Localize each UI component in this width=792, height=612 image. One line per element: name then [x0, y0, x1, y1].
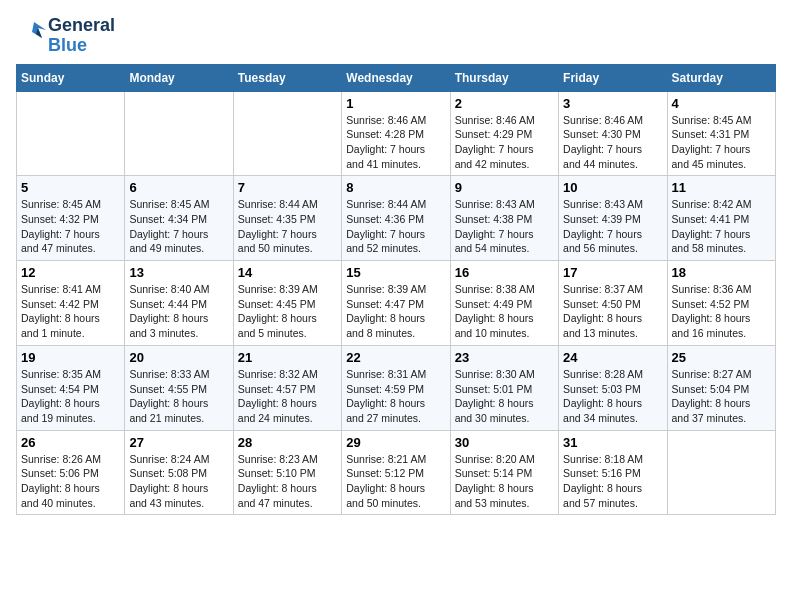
- calendar-cell: [233, 91, 341, 176]
- day-content: Sunrise: 8:26 AM Sunset: 5:06 PM Dayligh…: [21, 452, 120, 511]
- day-content: Sunrise: 8:46 AM Sunset: 4:28 PM Dayligh…: [346, 113, 445, 172]
- calendar-cell: 13Sunrise: 8:40 AM Sunset: 4:44 PM Dayli…: [125, 261, 233, 346]
- calendar-cell: 28Sunrise: 8:23 AM Sunset: 5:10 PM Dayli…: [233, 430, 341, 515]
- day-content: Sunrise: 8:45 AM Sunset: 4:32 PM Dayligh…: [21, 197, 120, 256]
- day-content: Sunrise: 8:45 AM Sunset: 4:34 PM Dayligh…: [129, 197, 228, 256]
- calendar-cell: 7Sunrise: 8:44 AM Sunset: 4:35 PM Daylig…: [233, 176, 341, 261]
- calendar-cell: 20Sunrise: 8:33 AM Sunset: 4:55 PM Dayli…: [125, 345, 233, 430]
- calendar-cell: 24Sunrise: 8:28 AM Sunset: 5:03 PM Dayli…: [559, 345, 667, 430]
- day-number: 30: [455, 435, 554, 450]
- calendar-cell: 5Sunrise: 8:45 AM Sunset: 4:32 PM Daylig…: [17, 176, 125, 261]
- day-content: Sunrise: 8:38 AM Sunset: 4:49 PM Dayligh…: [455, 282, 554, 341]
- calendar-cell: 31Sunrise: 8:18 AM Sunset: 5:16 PM Dayli…: [559, 430, 667, 515]
- calendar-cell: 16Sunrise: 8:38 AM Sunset: 4:49 PM Dayli…: [450, 261, 558, 346]
- day-content: Sunrise: 8:33 AM Sunset: 4:55 PM Dayligh…: [129, 367, 228, 426]
- day-content: Sunrise: 8:39 AM Sunset: 4:45 PM Dayligh…: [238, 282, 337, 341]
- day-number: 15: [346, 265, 445, 280]
- calendar-week: 26Sunrise: 8:26 AM Sunset: 5:06 PM Dayli…: [17, 430, 776, 515]
- day-number: 22: [346, 350, 445, 365]
- calendar-cell: 27Sunrise: 8:24 AM Sunset: 5:08 PM Dayli…: [125, 430, 233, 515]
- day-number: 17: [563, 265, 662, 280]
- calendar-cell: 6Sunrise: 8:45 AM Sunset: 4:34 PM Daylig…: [125, 176, 233, 261]
- day-content: Sunrise: 8:35 AM Sunset: 4:54 PM Dayligh…: [21, 367, 120, 426]
- logo: General Blue: [16, 16, 115, 56]
- day-content: Sunrise: 8:45 AM Sunset: 4:31 PM Dayligh…: [672, 113, 771, 172]
- day-number: 9: [455, 180, 554, 195]
- day-content: Sunrise: 8:39 AM Sunset: 4:47 PM Dayligh…: [346, 282, 445, 341]
- day-number: 31: [563, 435, 662, 450]
- calendar-cell: 2Sunrise: 8:46 AM Sunset: 4:29 PM Daylig…: [450, 91, 558, 176]
- day-content: Sunrise: 8:20 AM Sunset: 5:14 PM Dayligh…: [455, 452, 554, 511]
- calendar-week: 12Sunrise: 8:41 AM Sunset: 4:42 PM Dayli…: [17, 261, 776, 346]
- calendar-table: SundayMondayTuesdayWednesdayThursdayFrid…: [16, 64, 776, 516]
- calendar-header: SundayMondayTuesdayWednesdayThursdayFrid…: [17, 64, 776, 91]
- day-content: Sunrise: 8:40 AM Sunset: 4:44 PM Dayligh…: [129, 282, 228, 341]
- day-number: 13: [129, 265, 228, 280]
- day-number: 12: [21, 265, 120, 280]
- calendar-cell: 15Sunrise: 8:39 AM Sunset: 4:47 PM Dayli…: [342, 261, 450, 346]
- day-number: 29: [346, 435, 445, 450]
- calendar-cell: 17Sunrise: 8:37 AM Sunset: 4:50 PM Dayli…: [559, 261, 667, 346]
- logo-bird-icon: [16, 18, 46, 54]
- day-content: Sunrise: 8:43 AM Sunset: 4:38 PM Dayligh…: [455, 197, 554, 256]
- day-number: 19: [21, 350, 120, 365]
- day-content: Sunrise: 8:27 AM Sunset: 5:04 PM Dayligh…: [672, 367, 771, 426]
- calendar-cell: 19Sunrise: 8:35 AM Sunset: 4:54 PM Dayli…: [17, 345, 125, 430]
- calendar-cell: 3Sunrise: 8:46 AM Sunset: 4:30 PM Daylig…: [559, 91, 667, 176]
- calendar-cell: 10Sunrise: 8:43 AM Sunset: 4:39 PM Dayli…: [559, 176, 667, 261]
- day-number: 24: [563, 350, 662, 365]
- weekday-header: Sunday: [17, 64, 125, 91]
- calendar-cell: 30Sunrise: 8:20 AM Sunset: 5:14 PM Dayli…: [450, 430, 558, 515]
- weekday-header: Saturday: [667, 64, 775, 91]
- calendar-cell: 23Sunrise: 8:30 AM Sunset: 5:01 PM Dayli…: [450, 345, 558, 430]
- weekday-header: Wednesday: [342, 64, 450, 91]
- calendar-cell: 1Sunrise: 8:46 AM Sunset: 4:28 PM Daylig…: [342, 91, 450, 176]
- day-content: Sunrise: 8:36 AM Sunset: 4:52 PM Dayligh…: [672, 282, 771, 341]
- calendar-week: 5Sunrise: 8:45 AM Sunset: 4:32 PM Daylig…: [17, 176, 776, 261]
- day-number: 26: [21, 435, 120, 450]
- weekday-header: Tuesday: [233, 64, 341, 91]
- calendar-cell: 12Sunrise: 8:41 AM Sunset: 4:42 PM Dayli…: [17, 261, 125, 346]
- day-content: Sunrise: 8:24 AM Sunset: 5:08 PM Dayligh…: [129, 452, 228, 511]
- calendar-cell: 18Sunrise: 8:36 AM Sunset: 4:52 PM Dayli…: [667, 261, 775, 346]
- calendar-cell: 8Sunrise: 8:44 AM Sunset: 4:36 PM Daylig…: [342, 176, 450, 261]
- calendar-cell: 9Sunrise: 8:43 AM Sunset: 4:38 PM Daylig…: [450, 176, 558, 261]
- calendar-cell: 21Sunrise: 8:32 AM Sunset: 4:57 PM Dayli…: [233, 345, 341, 430]
- calendar-cell: [125, 91, 233, 176]
- day-content: Sunrise: 8:18 AM Sunset: 5:16 PM Dayligh…: [563, 452, 662, 511]
- day-number: 21: [238, 350, 337, 365]
- day-number: 11: [672, 180, 771, 195]
- day-content: Sunrise: 8:23 AM Sunset: 5:10 PM Dayligh…: [238, 452, 337, 511]
- day-content: Sunrise: 8:31 AM Sunset: 4:59 PM Dayligh…: [346, 367, 445, 426]
- day-number: 7: [238, 180, 337, 195]
- calendar-cell: 14Sunrise: 8:39 AM Sunset: 4:45 PM Dayli…: [233, 261, 341, 346]
- day-content: Sunrise: 8:41 AM Sunset: 4:42 PM Dayligh…: [21, 282, 120, 341]
- day-content: Sunrise: 8:42 AM Sunset: 4:41 PM Dayligh…: [672, 197, 771, 256]
- day-content: Sunrise: 8:46 AM Sunset: 4:30 PM Dayligh…: [563, 113, 662, 172]
- weekday-header: Thursday: [450, 64, 558, 91]
- day-number: 3: [563, 96, 662, 111]
- day-content: Sunrise: 8:44 AM Sunset: 4:36 PM Dayligh…: [346, 197, 445, 256]
- day-number: 4: [672, 96, 771, 111]
- day-number: 1: [346, 96, 445, 111]
- weekday-header: Friday: [559, 64, 667, 91]
- calendar-week: 19Sunrise: 8:35 AM Sunset: 4:54 PM Dayli…: [17, 345, 776, 430]
- day-number: 20: [129, 350, 228, 365]
- day-number: 23: [455, 350, 554, 365]
- day-number: 25: [672, 350, 771, 365]
- day-content: Sunrise: 8:21 AM Sunset: 5:12 PM Dayligh…: [346, 452, 445, 511]
- day-number: 14: [238, 265, 337, 280]
- day-content: Sunrise: 8:37 AM Sunset: 4:50 PM Dayligh…: [563, 282, 662, 341]
- calendar-cell: 4Sunrise: 8:45 AM Sunset: 4:31 PM Daylig…: [667, 91, 775, 176]
- calendar-cell: 26Sunrise: 8:26 AM Sunset: 5:06 PM Dayli…: [17, 430, 125, 515]
- day-number: 16: [455, 265, 554, 280]
- day-number: 10: [563, 180, 662, 195]
- day-content: Sunrise: 8:28 AM Sunset: 5:03 PM Dayligh…: [563, 367, 662, 426]
- calendar-week: 1Sunrise: 8:46 AM Sunset: 4:28 PM Daylig…: [17, 91, 776, 176]
- day-content: Sunrise: 8:46 AM Sunset: 4:29 PM Dayligh…: [455, 113, 554, 172]
- page-header: General Blue: [16, 16, 776, 56]
- day-number: 28: [238, 435, 337, 450]
- day-content: Sunrise: 8:43 AM Sunset: 4:39 PM Dayligh…: [563, 197, 662, 256]
- calendar-cell: [17, 91, 125, 176]
- day-number: 8: [346, 180, 445, 195]
